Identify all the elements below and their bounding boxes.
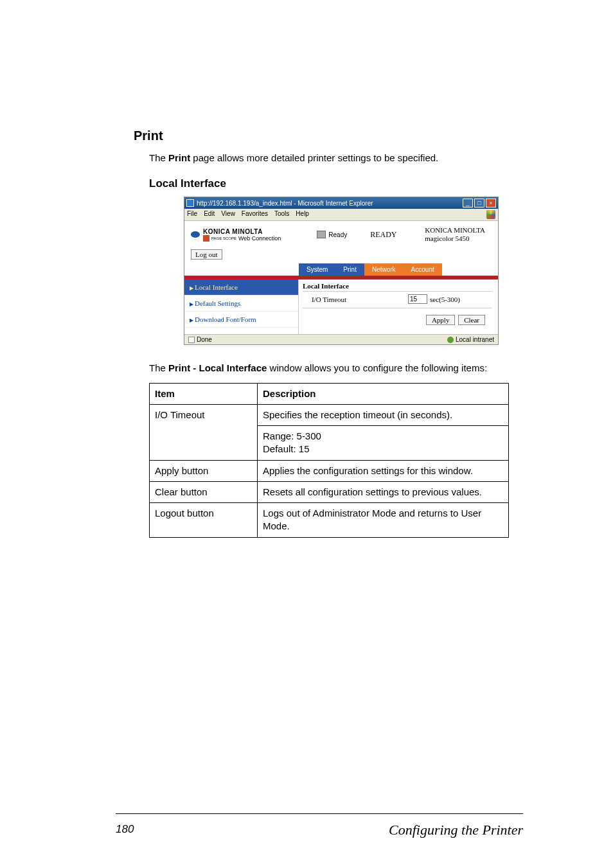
cell-item: Logout button (150, 503, 258, 538)
tab-underline (184, 276, 498, 279)
menu-file[interactable]: File (187, 210, 197, 219)
close-button[interactable]: × (486, 199, 496, 208)
footer-title: Configuring the Printer (389, 822, 523, 838)
io-timeout-input[interactable] (408, 294, 427, 304)
table-row: I/O Timeout Specifies the reception time… (150, 404, 509, 425)
th-item: Item (150, 383, 258, 404)
tab-account[interactable]: Account (404, 263, 442, 276)
menu-favorites[interactable]: Favorites (242, 210, 268, 219)
cell-desc: Logs out of Administrator Mode and retur… (258, 503, 509, 538)
cell-desc: Applies the configuration settings for t… (258, 460, 509, 481)
maximize-button[interactable]: □ (474, 199, 484, 208)
intro-text: The Print page allows more detailed prin… (149, 152, 523, 163)
model-line2: magicolor 5450 (425, 235, 485, 243)
status-ready: READY (370, 230, 396, 240)
screenshot-window: http://192.168.1.193/a_index.html - Micr… (184, 197, 499, 345)
page-number: 180 (116, 823, 134, 836)
desc-bold: Print - Local Interface (168, 362, 267, 373)
table-row: Apply button Applies the configuration s… (150, 460, 509, 481)
menu-help[interactable]: Help (296, 210, 309, 219)
footer-rule (116, 813, 523, 814)
clear-button[interactable]: Clear (458, 315, 485, 325)
cell-item: I/O Timeout (150, 404, 258, 460)
intro-post: page allows more detailed printer settin… (190, 152, 438, 163)
cell-desc: Specifies the reception timeout (in seco… (258, 404, 509, 425)
km-oval-icon (191, 231, 200, 238)
sidebar-item-default-settings[interactable]: ▶Default Settings (184, 296, 298, 312)
subbrand-text: Web Connection (238, 235, 281, 242)
cell-extra: Range: 5-300 Default: 15 (258, 426, 509, 461)
intro-bold: Print (168, 152, 190, 163)
heading-print: Print (134, 128, 523, 143)
tab-network[interactable]: Network (364, 263, 404, 276)
pane-title: Local Interface (303, 282, 492, 292)
model-line1: KONICA MINOLTA (425, 226, 485, 235)
ready-label: Ready (328, 231, 347, 238)
apply-button[interactable]: Apply (426, 315, 456, 325)
minimize-button[interactable]: _ (463, 199, 473, 208)
cell-desc: Resets all configuration settings to pre… (258, 481, 509, 502)
window-titlebar: http://192.168.1.193/a_index.html - Micr… (184, 197, 498, 209)
window-title: http://192.168.1.193/a_index.html - Micr… (197, 200, 463, 207)
desc-text: The Print - Local Interface window allow… (149, 362, 509, 375)
table-row: Clear button Resets all configuration se… (150, 481, 509, 502)
ie-logo-icon (486, 210, 495, 219)
sidebar-item-download-font-form[interactable]: ▶Download Font/Form (184, 312, 298, 328)
menu-view[interactable]: View (221, 210, 235, 219)
menu-tools[interactable]: Tools (274, 210, 289, 219)
done-icon (188, 337, 195, 343)
sidebar-item-local-interface[interactable]: ▶Local Interface (184, 279, 298, 296)
desc-pre: The (149, 362, 168, 373)
table-row: Logout button Logs out of Administrator … (150, 503, 509, 538)
pagescope-prefix: PAGE SCOPE (211, 236, 236, 240)
cell-item: Clear button (150, 481, 258, 502)
items-table: Item Description I/O Timeout Specifies t… (149, 383, 509, 538)
io-timeout-label: I/O Timeout (312, 296, 408, 303)
logout-button[interactable]: Log out (191, 249, 222, 260)
desc-post: window allows you to configure the follo… (267, 362, 487, 373)
menu-bar: File Edit View Favorites Tools Help (184, 209, 498, 221)
heading-local-interface: Local Interface (149, 177, 523, 190)
printer-icon (317, 231, 326, 238)
cell-item: Apply button (150, 460, 258, 481)
th-desc: Description (258, 383, 509, 404)
model-info: KONICA MINOLTA magicolor 5450 (425, 226, 492, 243)
side-nav: ▶Local Interface ▶Default Settings ▶Down… (184, 279, 299, 334)
brand-name: KONICA MINOLTA (203, 228, 281, 235)
intranet-icon (447, 337, 454, 343)
tab-print[interactable]: Print (335, 263, 364, 276)
pagescope-icon (203, 235, 209, 242)
statusbar-done: Done (197, 336, 212, 343)
ie-page-icon (186, 199, 194, 207)
statusbar-zone: Local intranet (456, 336, 494, 343)
tab-system[interactable]: System (299, 263, 335, 276)
menu-edit[interactable]: Edit (204, 210, 215, 219)
intro-pre: The (149, 152, 168, 163)
io-timeout-range: sec(5-300) (430, 296, 460, 303)
